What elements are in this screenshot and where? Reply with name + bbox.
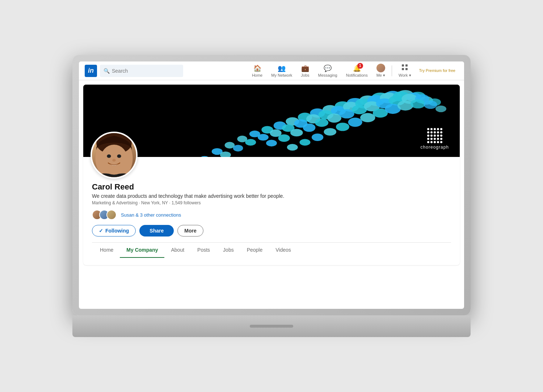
svg-point-25 bbox=[245, 139, 256, 145]
work-icon bbox=[401, 64, 408, 72]
jobs-icon: 💼 bbox=[301, 64, 309, 72]
svg-point-41 bbox=[278, 135, 290, 142]
notifications-icon: 🔔 1 bbox=[353, 64, 361, 72]
profile-name: Carol Reed bbox=[92, 182, 451, 192]
search-input[interactable] bbox=[112, 68, 180, 74]
nav-me[interactable]: Me ▾ bbox=[373, 61, 389, 80]
home-icon: 🏠 bbox=[253, 64, 261, 72]
nav-work-label: Work ▾ bbox=[399, 73, 411, 78]
nav-messaging-label: Messaging bbox=[318, 73, 337, 77]
user-avatar bbox=[376, 64, 385, 72]
more-button[interactable]: More bbox=[177, 225, 203, 237]
nav-notifications-label: Notifications bbox=[346, 73, 368, 77]
avatar-image bbox=[92, 133, 136, 177]
choreo-dots bbox=[427, 128, 442, 143]
premium-link[interactable]: Try Premium for free bbox=[416, 68, 458, 73]
nav-home-label: Home bbox=[252, 73, 262, 77]
svg-point-43 bbox=[303, 123, 316, 132]
top-nav: in 🔍 🏠 Home 👥 My Network bbox=[79, 61, 464, 80]
following-button[interactable]: ✓ Following bbox=[92, 225, 136, 237]
choreo-name-text: choreograph bbox=[421, 145, 449, 150]
my-network-icon: 👥 bbox=[278, 64, 286, 72]
tab-jobs[interactable]: Jobs bbox=[216, 243, 240, 258]
svg-point-44 bbox=[315, 119, 328, 127]
svg-point-64 bbox=[411, 99, 426, 108]
svg-rect-1 bbox=[405, 64, 408, 67]
svg-point-72 bbox=[117, 154, 121, 158]
connection-avatars bbox=[92, 210, 114, 220]
action-buttons: ✓ Following Share More bbox=[92, 225, 451, 237]
svg-point-40 bbox=[266, 140, 277, 146]
svg-rect-3 bbox=[405, 68, 408, 70]
messaging-icon: 💬 bbox=[324, 64, 332, 72]
svg-point-66 bbox=[435, 106, 446, 112]
profile-tagline: We create data products and technology t… bbox=[92, 193, 451, 199]
connections-row: Susan & 3 other connections bbox=[92, 210, 451, 220]
svg-point-42 bbox=[290, 129, 303, 136]
laptop-body: in 🔍 🏠 Home 👥 My Network bbox=[72, 55, 471, 315]
svg-point-45 bbox=[327, 114, 341, 123]
nav-jobs[interactable]: 💼 Jobs bbox=[297, 61, 313, 80]
svg-point-26 bbox=[258, 134, 269, 140]
svg-point-71 bbox=[107, 154, 111, 158]
profile-meta: Marketing & Advertising · New York, NY ·… bbox=[92, 200, 451, 205]
tab-videos[interactable]: Videos bbox=[269, 243, 298, 258]
share-button[interactable]: Share bbox=[139, 225, 174, 237]
tab-home[interactable]: Home bbox=[93, 243, 120, 258]
notifications-badge: 1 bbox=[357, 63, 363, 69]
checkmark-icon: ✓ bbox=[99, 228, 103, 234]
nav-my-network-label: My Network bbox=[271, 73, 292, 77]
connection-avatar-3 bbox=[106, 210, 117, 220]
laptop-screen: in 🔍 🏠 Home 👥 My Network bbox=[79, 61, 464, 309]
connections-text[interactable]: Susan & 3 other connections bbox=[121, 212, 181, 218]
nav-messaging[interactable]: 💬 Messaging bbox=[315, 61, 341, 80]
nav-items: 🏠 Home 👥 My Network 💼 Jobs 💬 Messaging bbox=[248, 61, 458, 80]
svg-point-54 bbox=[287, 144, 298, 150]
nav-notifications[interactable]: 🔔 1 Notifications bbox=[342, 61, 371, 80]
svg-point-58 bbox=[336, 123, 349, 131]
profile-text: Carol Reed We create data products and t… bbox=[92, 157, 451, 258]
svg-point-65 bbox=[424, 101, 437, 109]
laptop-frame: in 🔍 🏠 Home 👥 My Network bbox=[72, 55, 471, 337]
laptop-base bbox=[72, 315, 471, 337]
nav-divider bbox=[392, 65, 392, 76]
cover-dot-pattern bbox=[83, 85, 460, 157]
search-icon: 🔍 bbox=[104, 68, 110, 74]
svg-point-56 bbox=[312, 133, 323, 141]
linkedin-logo[interactable]: in bbox=[85, 65, 97, 77]
tab-posts[interactable]: Posts bbox=[191, 243, 216, 258]
svg-rect-0 bbox=[402, 64, 404, 67]
laptop-notch bbox=[250, 325, 293, 328]
tab-people[interactable]: People bbox=[240, 243, 269, 258]
nav-work[interactable]: Work ▾ bbox=[395, 61, 415, 80]
tab-my-company[interactable]: My Company bbox=[120, 243, 164, 258]
nav-jobs-label: Jobs bbox=[301, 73, 309, 77]
svg-point-55 bbox=[299, 139, 310, 145]
tab-nav: Home My Company About Posts Jobs People … bbox=[92, 242, 451, 258]
search-bar[interactable]: 🔍 bbox=[100, 65, 183, 77]
company-logo-overlay: choreograph bbox=[421, 128, 449, 150]
svg-point-60 bbox=[360, 113, 375, 122]
svg-point-24 bbox=[233, 145, 243, 151]
profile-section: choreograph bbox=[83, 85, 460, 265]
svg-point-57 bbox=[324, 128, 336, 136]
svg-point-59 bbox=[348, 118, 362, 127]
nav-me-label: Me ▾ bbox=[376, 73, 385, 78]
cover-photo: choreograph bbox=[83, 85, 460, 157]
nav-home[interactable]: 🏠 Home bbox=[248, 61, 266, 80]
nav-my-network[interactable]: 👥 My Network bbox=[268, 61, 296, 80]
profile-info: Carol Reed We create data products and t… bbox=[83, 157, 460, 265]
tab-about[interactable]: About bbox=[164, 243, 191, 258]
svg-rect-2 bbox=[402, 68, 404, 70]
profile-avatar bbox=[90, 132, 138, 179]
svg-point-73 bbox=[112, 159, 115, 162]
